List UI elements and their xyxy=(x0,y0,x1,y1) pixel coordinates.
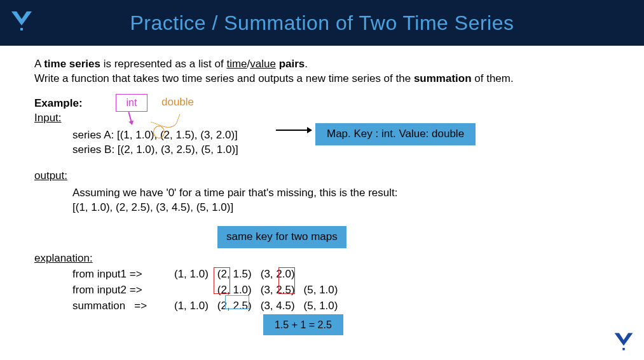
same-key-annotation: same key for two maps xyxy=(217,226,346,248)
output-label: output: xyxy=(34,170,67,182)
text-underline: time xyxy=(226,58,247,70)
explanation-table: 1.5 + 1 = 2.5 from input1 => (1, 1.0) (2… xyxy=(72,267,610,315)
cell: (5, 1.0) xyxy=(304,299,347,315)
slide-body: A time series is represented as a list o… xyxy=(0,46,644,315)
text: A xyxy=(34,58,44,70)
text-bold: pairs xyxy=(279,58,305,70)
header-bar: Practice / Summation of Two Time Series xyxy=(0,0,644,46)
cell: (2, 2.5) xyxy=(217,299,261,315)
table-row: summation => (1, 1.0) (2, 2.5) (3, 4.5) … xyxy=(72,299,346,315)
text-bold: summation xyxy=(414,72,472,84)
cell xyxy=(174,283,217,299)
input-label: Input: xyxy=(34,112,62,124)
row-label: summation => xyxy=(72,299,174,315)
int-annotation-box: int xyxy=(116,94,147,112)
output-block: output: Assuming we have '0' for a time … xyxy=(34,169,610,215)
intro-text: A time series is represented as a list o… xyxy=(34,57,610,86)
row-label: from input1 => xyxy=(72,267,174,283)
double-annotation-label: double xyxy=(161,95,194,110)
explanation-label: explanation: xyxy=(34,252,93,264)
svg-rect-0 xyxy=(20,28,23,30)
cell: (2, 1.5) xyxy=(217,267,261,283)
text: . xyxy=(305,58,308,70)
example-label: Example: xyxy=(34,97,83,111)
output-assumption: Assuming we have '0' for a time pair tha… xyxy=(72,186,610,201)
example-block: int double Map. Key : int. Value: double… xyxy=(34,97,610,157)
brand-logo xyxy=(4,4,39,39)
cell: (1, 1.0) xyxy=(174,267,217,283)
text-bold: time series xyxy=(44,58,100,70)
cell: (1, 1.0) xyxy=(174,299,217,315)
table-row: from input2 => (2, 1.0) (3, 2.5) (5, 1.0… xyxy=(72,283,346,299)
cell: (3, 2.5) xyxy=(261,283,304,299)
brand-logo-footer xyxy=(612,331,635,354)
text: of them. xyxy=(472,72,514,84)
sum-formula-annotation: 1.5 + 1 = 2.5 xyxy=(263,314,343,336)
explanation-block: same key for two maps explanation: 1.5 +… xyxy=(34,226,610,315)
row-label: from input2 => xyxy=(72,283,174,299)
cell: (2, 1.0) xyxy=(217,283,261,299)
output-result: [(1, 1.0), (2, 2.5), (3, 4.5), (5, 1.0)] xyxy=(72,201,610,215)
text-underline: value xyxy=(250,58,276,70)
cell: (3, 2.0) xyxy=(261,267,304,283)
cell: (3, 4.5) xyxy=(261,299,304,315)
map-annotation-box: Map. Key : int. Value: double xyxy=(315,123,476,145)
slide-title: Practice / Summation of Two Time Series xyxy=(0,11,644,35)
text: Write a function that takes two time ser… xyxy=(34,72,414,84)
cell xyxy=(304,267,347,283)
table-row: from input1 => (1, 1.0) (2, 1.5) (3, 2.0… xyxy=(72,267,346,283)
text: is represented as a list of xyxy=(100,58,226,70)
svg-rect-1 xyxy=(622,348,625,350)
cell: (5, 1.0) xyxy=(304,283,347,299)
int-arrow-icon xyxy=(128,112,132,124)
arrow-right-icon xyxy=(276,130,312,131)
